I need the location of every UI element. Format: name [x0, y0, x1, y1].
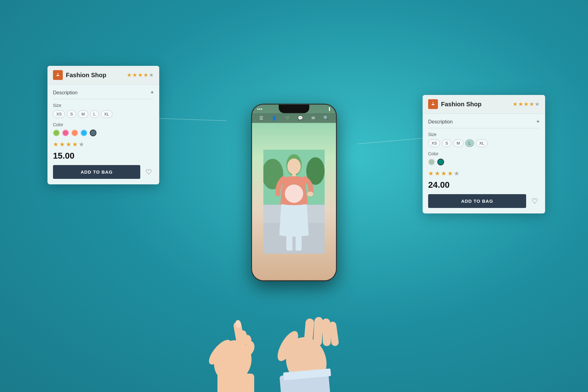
description-label-right: Description: [428, 119, 453, 125]
wishlist-icon-left[interactable]: ♡: [144, 167, 154, 177]
size-s-right[interactable]: S: [442, 139, 451, 147]
description-row-left: Description +: [53, 89, 154, 99]
size-s-left[interactable]: S: [67, 110, 76, 118]
size-l-right[interactable]: L: [465, 139, 474, 147]
profile-icon[interactable]: 👤: [272, 115, 277, 120]
size-options-left: XS S M L XL: [53, 110, 154, 118]
svg-rect-10: [296, 232, 302, 251]
heart-nav-icon[interactable]: ♡: [285, 115, 289, 120]
svg-rect-9: [286, 232, 292, 251]
card-right-title: Fashion Shop: [441, 101, 510, 108]
card-left-header: Fashion Shop ★ ★ ★ ★ ★: [47, 66, 159, 85]
product-card-right: Fashion Shop ★ ★ ★ ★ ★ Description + Siz…: [423, 95, 545, 213]
size-xl-right[interactable]: XL: [476, 139, 488, 147]
color-pink-left[interactable]: [62, 130, 69, 136]
phone-battery: ▌: [329, 107, 331, 111]
add-to-bag-button-right[interactable]: ADD TO BAG: [428, 194, 526, 208]
phone-notch: [279, 104, 309, 113]
description-label-left: Description: [53, 90, 77, 96]
color-dark-left[interactable]: [90, 130, 96, 136]
color-options-right: [428, 159, 540, 165]
size-l-left[interactable]: L: [90, 110, 99, 118]
mail-icon[interactable]: ✉: [311, 115, 315, 120]
scene: Fashion Shop ★ ★ ★ ★ ★ Description + Siz…: [0, 0, 588, 392]
svg-point-8: [307, 191, 313, 196]
phone-nav[interactable]: ☰ 👤 ♡ 💬 ✉ 🔍: [252, 113, 336, 123]
color-label-right: Color: [428, 151, 540, 156]
color-green-left[interactable]: [53, 130, 60, 136]
color-options-left: [53, 130, 154, 136]
color-orange-left[interactable]: [71, 130, 78, 136]
menu-icon[interactable]: ☰: [259, 115, 263, 120]
wishlist-icon-right[interactable]: ♡: [530, 196, 540, 206]
price-left: 15.00: [53, 151, 154, 161]
size-xs-left[interactable]: XS: [53, 110, 65, 118]
hanger-icon-left: [53, 70, 63, 80]
description-row-right: Description +: [428, 119, 540, 128]
phone-screen: ●●● 12:36 ▌ ☰ 👤 ♡ 💬 ✉ 🔍: [252, 104, 336, 280]
card-right-stars: ★ ★ ★ ★ ★: [513, 101, 540, 107]
phone-signal: ●●●: [257, 107, 262, 111]
rating-row-right: ★ ★ ★ ★ ★: [428, 170, 540, 177]
color-sage-right[interactable]: [428, 159, 435, 165]
size-m-left[interactable]: M: [78, 110, 88, 118]
add-to-bag-row-left: ADD TO BAG ♡: [53, 165, 154, 179]
color-teal-right[interactable]: [437, 159, 444, 165]
size-m-right[interactable]: M: [453, 139, 463, 147]
touch-ripple: [285, 185, 303, 203]
card-right-header: Fashion Shop ★ ★ ★ ★ ★: [423, 95, 545, 114]
card-left-body: Description + Size XS S M L XL Color ★: [47, 85, 159, 184]
size-xl-left[interactable]: XL: [101, 110, 112, 118]
description-plus-right[interactable]: +: [536, 119, 540, 125]
size-label-right: Size: [428, 132, 540, 137]
add-to-bag-button-left[interactable]: ADD TO BAG: [53, 165, 140, 179]
phone: ●●● 12:36 ▌ ☰ 👤 ♡ 💬 ✉ 🔍: [251, 104, 337, 281]
size-options-right: XS S M L XL: [428, 139, 540, 147]
hanger-icon-right: [428, 99, 438, 109]
color-blue-left[interactable]: [81, 130, 87, 136]
card-right-body: Description + Size XS S M L XL Color ★ ★…: [423, 114, 545, 213]
add-to-bag-row-right: ADD TO BAG ♡: [428, 194, 540, 208]
phone-body: ●●● 12:36 ▌ ☰ 👤 ♡ 💬 ✉ 🔍: [251, 104, 337, 281]
chat-icon[interactable]: 💬: [298, 115, 303, 120]
color-label-left: Color: [53, 122, 154, 127]
description-plus-left[interactable]: +: [150, 89, 154, 96]
search-icon[interactable]: 🔍: [323, 115, 329, 120]
product-card-left: Fashion Shop ★ ★ ★ ★ ★ Description + Siz…: [47, 66, 159, 184]
rating-row-left: ★ ★ ★ ★ ★: [53, 141, 154, 148]
card-left-stars: ★ ★ ★ ★ ★: [127, 72, 154, 78]
size-xs-right[interactable]: XS: [428, 139, 440, 147]
price-right: 24.00: [428, 180, 540, 190]
svg-point-6: [287, 158, 301, 174]
phone-image-area: [252, 123, 336, 280]
card-left-title: Fashion Shop: [66, 72, 124, 79]
size-label-left: Size: [53, 103, 154, 108]
